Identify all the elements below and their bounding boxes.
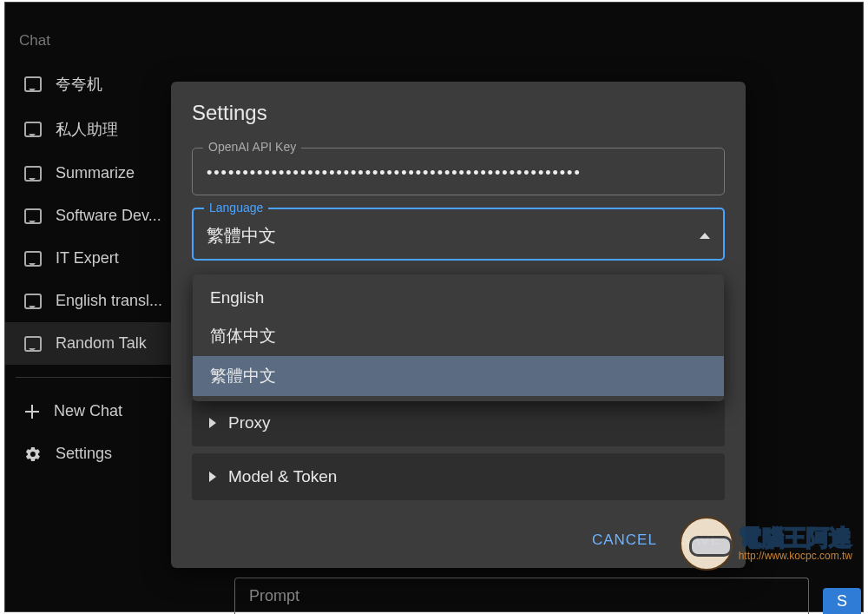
sidebar-item-label: 夸夸机 (56, 74, 102, 95)
chat-icon (24, 166, 42, 182)
language-value: 繁體中文 (207, 224, 276, 248)
language-option-simplified[interactable]: 简体中文 (193, 316, 724, 356)
prompt-area: Prompt S (234, 578, 861, 614)
language-select[interactable]: Language 繁體中文 (192, 208, 725, 261)
modal-actions: CANCEL SAVE (171, 505, 746, 554)
plus-icon (24, 404, 40, 419)
new-chat-label: New Chat (54, 402, 122, 420)
api-key-field[interactable]: OpenAI API Key •••••••••••••••••••••••••… (192, 148, 725, 195)
watermark-text: 電腦王阿達 http://www.kocpc.com.tw (739, 526, 852, 561)
watermark-title: 電腦王阿達 (739, 526, 852, 549)
caret-up-icon (700, 233, 710, 239)
model-token-label: Model & Token (228, 467, 337, 486)
send-label: S (837, 592, 847, 611)
gear-icon (24, 446, 42, 463)
watermark-url: http://www.kocpc.com.tw (739, 551, 852, 561)
proxy-label: Proxy (228, 413, 271, 432)
send-button[interactable]: S (823, 588, 861, 614)
chat-icon (24, 208, 42, 224)
chat-icon (24, 251, 42, 267)
sidebar-section-label: Chat (5, 11, 222, 62)
sidebar-item-label: IT Expert (56, 249, 119, 267)
prompt-input[interactable]: Prompt (234, 578, 809, 614)
sidebar-item-label: 私人助理 (56, 119, 118, 140)
language-option-english[interactable]: English (193, 280, 724, 316)
watermark: 電腦王阿達 http://www.kocpc.com.tw (680, 517, 852, 571)
watermark-face-icon (680, 517, 733, 571)
sidebar-item-label: English transl... (56, 292, 162, 310)
language-dropdown: English 简体中文 繁體中文 (193, 274, 724, 401)
chevron-right-icon (209, 472, 216, 482)
modal-title: Settings (171, 101, 746, 139)
chat-icon (24, 76, 42, 92)
api-key-label: OpenAI API Key (203, 140, 301, 154)
model-token-accordion[interactable]: Model & Token (192, 453, 725, 500)
language-label: Language (204, 201, 268, 215)
prompt-placeholder: Prompt (249, 587, 299, 604)
chat-icon (24, 336, 42, 352)
settings-label: Settings (56, 445, 112, 463)
language-option-traditional[interactable]: 繁體中文 (193, 356, 724, 396)
language-select-row: 繁體中文 (207, 224, 710, 248)
chat-icon (24, 122, 42, 137)
api-key-value: ••••••••••••••••••••••••••••••••••••••••… (207, 164, 710, 182)
chevron-right-icon (209, 418, 216, 428)
chat-icon (24, 294, 42, 309)
proxy-accordion[interactable]: Proxy (192, 399, 725, 446)
sidebar-item-label: Software Dev... (56, 207, 161, 225)
cancel-button[interactable]: CANCEL (592, 531, 657, 549)
sidebar-item-label: Random Talk (56, 334, 147, 353)
sidebar-item-label: Summarize (56, 164, 135, 182)
